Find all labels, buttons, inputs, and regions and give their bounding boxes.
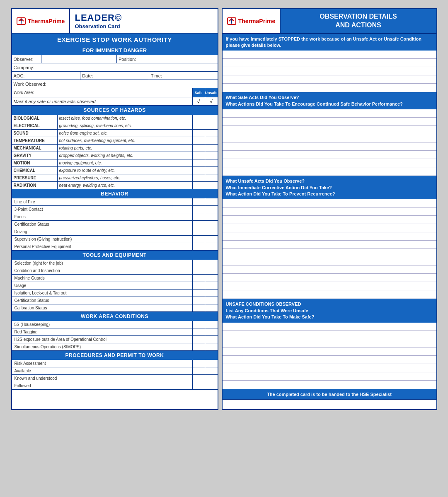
work-area-safe-check[interactable] — [193, 328, 205, 335]
behavior-safe-check[interactable] — [193, 228, 205, 235]
obs-line[interactable] — [223, 224, 436, 232]
behavior-unsafe-check[interactable] — [205, 198, 218, 205]
behavior-unsafe-check[interactable] — [205, 236, 218, 243]
source-unsafe-check[interactable] — [205, 130, 218, 137]
position-field[interactable] — [142, 55, 218, 63]
obs-line[interactable] — [223, 274, 436, 282]
source-safe-check[interactable] — [193, 130, 205, 137]
obs-line[interactable] — [223, 67, 436, 75]
obs-line[interactable] — [223, 126, 436, 134]
obs-line[interactable] — [223, 151, 436, 159]
procedure-unsafe-check[interactable] — [205, 375, 218, 382]
obs-line[interactable] — [223, 265, 436, 274]
behavior-unsafe-check[interactable] — [205, 243, 218, 250]
obs-line[interactable] — [223, 75, 436, 84]
tool-safe-check[interactable] — [193, 282, 205, 289]
observer-field[interactable] — [41, 55, 117, 63]
source-unsafe-check[interactable] — [205, 174, 218, 181]
tool-unsafe-check[interactable] — [205, 297, 218, 304]
source-safe-check[interactable] — [193, 115, 205, 122]
obs-line[interactable] — [223, 134, 436, 142]
procedure-safe-check[interactable] — [193, 367, 205, 374]
procedure-safe-check[interactable] — [193, 375, 205, 382]
work-area-unsafe-check[interactable] — [205, 336, 218, 343]
work-area-safe-check[interactable] — [193, 336, 205, 343]
work-area-safe-check[interactable] — [193, 343, 205, 350]
source-safe-check[interactable] — [193, 137, 205, 144]
tool-unsafe-check[interactable] — [205, 282, 218, 289]
obs-line[interactable] — [223, 59, 436, 67]
work-observed-field[interactable] — [48, 80, 218, 88]
obs-line[interactable] — [223, 51, 436, 59]
obs-line[interactable] — [223, 372, 436, 381]
obs-line[interactable] — [223, 323, 436, 331]
source-safe-check[interactable] — [193, 182, 205, 189]
source-safe-check[interactable] — [193, 159, 205, 166]
work-area-safe-check[interactable] — [193, 321, 205, 328]
obs-line[interactable] — [223, 241, 436, 249]
tool-safe-check[interactable] — [193, 304, 205, 311]
source-unsafe-check[interactable] — [205, 145, 218, 152]
obs-line[interactable] — [223, 257, 436, 265]
behavior-safe-check[interactable] — [193, 198, 205, 205]
tool-safe-check[interactable] — [193, 297, 205, 304]
tool-safe-check[interactable] — [193, 267, 205, 274]
obs-line[interactable] — [223, 207, 436, 216]
tool-unsafe-check[interactable] — [205, 304, 218, 311]
source-safe-check[interactable] — [193, 145, 205, 152]
obs-line[interactable] — [223, 232, 436, 241]
safe-check-mark[interactable]: √ — [193, 97, 205, 105]
obs-line[interactable] — [223, 84, 436, 92]
obs-line[interactable] — [223, 356, 436, 364]
obs-line[interactable] — [223, 199, 436, 207]
source-unsafe-check[interactable] — [205, 115, 218, 122]
tool-unsafe-check[interactable] — [205, 275, 218, 282]
unsafe-check-mark[interactable]: √ — [205, 97, 218, 105]
source-safe-check[interactable] — [193, 174, 205, 181]
obs-line[interactable] — [223, 216, 436, 224]
behavior-unsafe-check[interactable] — [205, 206, 218, 213]
source-safe-check[interactable] — [193, 122, 205, 129]
obs-line[interactable] — [223, 142, 436, 151]
tool-unsafe-check[interactable] — [205, 267, 218, 274]
source-unsafe-check[interactable] — [205, 152, 218, 159]
obs-line[interactable] — [223, 381, 436, 389]
procedure-unsafe-check[interactable] — [205, 367, 218, 374]
source-unsafe-check[interactable] — [205, 137, 218, 144]
source-safe-check[interactable] — [193, 152, 205, 159]
obs-line[interactable] — [223, 290, 436, 299]
procedure-unsafe-check[interactable] — [205, 382, 218, 389]
source-unsafe-check[interactable] — [205, 182, 218, 189]
tool-unsafe-check[interactable] — [205, 260, 218, 267]
work-area-unsafe-check[interactable] — [205, 321, 218, 328]
obs-line[interactable] — [223, 331, 436, 339]
behavior-unsafe-check[interactable] — [205, 221, 218, 228]
source-safe-check[interactable] — [193, 167, 205, 174]
obs-line[interactable] — [223, 339, 436, 347]
tool-safe-check[interactable] — [193, 290, 205, 297]
obs-line[interactable] — [223, 109, 436, 118]
procedure-safe-check[interactable] — [193, 360, 205, 367]
behavior-safe-check[interactable] — [193, 221, 205, 228]
tool-safe-check[interactable] — [193, 260, 205, 267]
behavior-safe-check[interactable] — [193, 206, 205, 213]
obs-line[interactable] — [223, 249, 436, 257]
work-area-unsafe-check[interactable] — [205, 328, 218, 335]
obs-line[interactable] — [223, 347, 436, 356]
source-unsafe-check[interactable] — [205, 122, 218, 129]
procedure-safe-check[interactable] — [193, 382, 205, 389]
source-unsafe-check[interactable] — [205, 167, 218, 174]
obs-line[interactable] — [223, 282, 436, 290]
obs-line[interactable] — [223, 159, 436, 167]
tool-unsafe-check[interactable] — [205, 290, 218, 297]
behavior-safe-check[interactable] — [193, 213, 205, 220]
obs-line[interactable] — [223, 118, 436, 126]
behavior-safe-check[interactable] — [193, 243, 205, 250]
source-unsafe-check[interactable] — [205, 159, 218, 166]
obs-line[interactable] — [223, 167, 436, 176]
obs-line[interactable] — [223, 364, 436, 372]
work-area-unsafe-check[interactable] — [205, 343, 218, 350]
behavior-unsafe-check[interactable] — [205, 228, 218, 235]
procedure-unsafe-check[interactable] — [205, 360, 218, 367]
tool-safe-check[interactable] — [193, 275, 205, 282]
